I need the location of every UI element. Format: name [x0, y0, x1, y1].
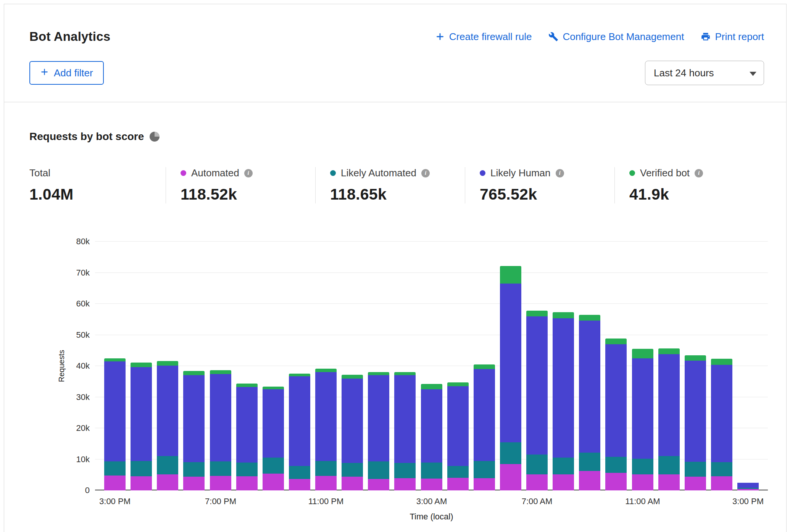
bar-segment-likely_human [737, 483, 759, 487]
bars-container [104, 242, 759, 490]
info-icon[interactable]: i [695, 169, 703, 177]
stacked-bar[interactable] [579, 315, 600, 490]
bar-segment-verified_bot [236, 384, 258, 387]
bar-segment-automated [342, 477, 363, 490]
stat-automated: Automated i 118.52k [166, 167, 315, 203]
stacked-bar[interactable] [632, 349, 653, 490]
bar-segment-likely_human [289, 376, 310, 466]
bar-segment-likely_automated [605, 457, 627, 473]
bar-segment-likely_automated [342, 463, 363, 477]
bar-segment-automated [315, 476, 337, 490]
likely-human-legend-dot [480, 170, 485, 176]
bar-segment-automated [263, 474, 284, 490]
stat-total: Total 1.04M [29, 167, 166, 203]
plus-icon [435, 32, 445, 42]
bar-segment-automated [711, 476, 732, 490]
info-icon[interactable]: i [244, 169, 253, 177]
stacked-bar[interactable] [447, 382, 469, 490]
info-icon[interactable]: i [556, 169, 564, 177]
time-range-select[interactable]: Last 24 hours [645, 61, 764, 85]
bar-segment-automated [526, 474, 548, 490]
bar-segment-likely_human [421, 389, 442, 463]
bar-segment-automated [553, 474, 574, 490]
stacked-bar[interactable] [658, 348, 680, 490]
stacked-bar[interactable] [342, 375, 363, 490]
bar-segment-likely_automated [632, 459, 653, 474]
stacked-bar[interactable] [368, 372, 389, 490]
bar-segment-likely_automated [183, 462, 205, 477]
stacked-bar[interactable] [526, 311, 548, 490]
bar-segment-automated [210, 476, 231, 490]
x-tick-label: 3:00 PM [99, 497, 131, 506]
bar-segment-likely_human [579, 321, 600, 453]
bar-segment-likely_automated [131, 461, 152, 476]
stacked-bar[interactable] [553, 312, 574, 490]
stat-total-label: Total [29, 167, 50, 179]
info-icon[interactable]: i [421, 169, 430, 177]
stacked-bar[interactable] [289, 374, 310, 490]
bar-segment-verified_bot [289, 374, 310, 376]
bar-segment-likely_automated [236, 463, 258, 476]
bar-segment-likely_automated [553, 458, 574, 474]
printer-icon [701, 32, 711, 42]
bar-segment-likely_human [553, 318, 574, 458]
section-title: Requests by bot score [29, 131, 144, 143]
bar-segment-verified_bot [104, 358, 126, 361]
likely-automated-legend-dot [330, 170, 336, 176]
stacked-bar[interactable] [737, 483, 759, 490]
stat-likely-automated-value: 118.65k [330, 185, 465, 203]
bar-segment-verified_bot [579, 315, 600, 321]
y-axis-label: Requests [57, 350, 66, 382]
stacked-bar[interactable] [131, 363, 152, 490]
add-filter-label: Add filter [54, 67, 93, 79]
pie-chart-icon [150, 132, 160, 142]
print-report-link[interactable]: Print report [701, 31, 764, 43]
stat-total-value: 1.04M [29, 185, 166, 203]
bar-segment-likely_automated [500, 442, 521, 464]
stacked-bar[interactable] [236, 384, 258, 490]
bar-segment-verified_bot [605, 339, 627, 344]
bar-segment-likely_human [236, 387, 258, 463]
bar-segment-likely_human [658, 354, 680, 456]
stat-verified-bot-label: Verified bot [640, 167, 690, 179]
stacked-bar[interactable] [183, 371, 205, 490]
stat-likely-automated: Likely Automated i 118.65k [315, 167, 465, 203]
bar-segment-verified_bot [711, 359, 732, 364]
stacked-bar[interactable] [210, 370, 231, 490]
stacked-bar[interactable] [263, 387, 284, 490]
stacked-bar[interactable] [394, 372, 416, 490]
bar-segment-verified_bot [157, 361, 178, 366]
bar-segment-automated [737, 489, 759, 490]
bar-segment-verified_bot [553, 312, 574, 318]
bar-segment-likely_automated [104, 461, 126, 476]
stacked-bar[interactable] [474, 364, 495, 490]
stacked-bar[interactable] [685, 355, 706, 491]
bar-segment-verified_bot [315, 369, 337, 372]
y-tick-label: 20k [76, 423, 90, 433]
bar-segment-likely_human [526, 316, 548, 455]
stacked-bar[interactable] [104, 358, 126, 490]
plus-icon [40, 67, 49, 79]
stacked-bar[interactable] [500, 266, 521, 490]
bar-segment-automated [368, 479, 389, 490]
x-tick-label: 11:00 PM [308, 497, 344, 506]
stacked-bar[interactable] [315, 369, 337, 490]
stacked-bar[interactable] [421, 384, 442, 490]
bar-segment-likely_human [183, 375, 205, 462]
stacked-bar[interactable] [711, 359, 732, 490]
stat-automated-value: 118.52k [181, 185, 315, 203]
stacked-bar[interactable] [605, 339, 627, 490]
stats-row: Total 1.04M Automated i 118.52k Likely A… [29, 167, 764, 203]
bar-segment-verified_bot [474, 364, 495, 369]
stat-likely-human-value: 765.52k [480, 185, 614, 203]
add-filter-button[interactable]: Add filter [29, 61, 104, 85]
create-firewall-rule-link[interactable]: Create firewall rule [435, 31, 532, 43]
bar-segment-likely_automated [526, 455, 548, 474]
bar-segment-automated [685, 477, 706, 490]
configure-bot-management-link[interactable]: Configure Bot Management [548, 31, 684, 43]
bar-segment-likely_automated [447, 466, 469, 477]
stacked-bar[interactable] [157, 361, 178, 490]
chevron-down-icon [749, 67, 757, 79]
bar-segment-automated [236, 476, 258, 490]
bar-segment-likely_automated [658, 456, 680, 474]
